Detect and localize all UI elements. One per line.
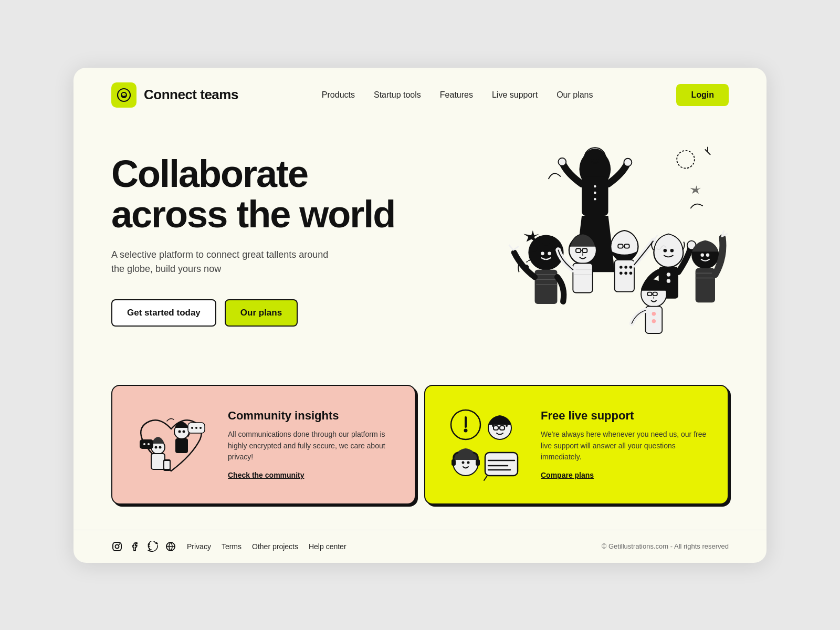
svg-point-81 (462, 461, 465, 464)
svg-point-37 (664, 249, 667, 253)
page-container: Connect teams Products Startup tools Fea… (74, 68, 766, 563)
svg-point-8 (594, 185, 596, 187)
community-svg (129, 403, 213, 487)
svg-point-19 (541, 251, 544, 255)
svg-rect-57 (175, 438, 188, 453)
logo-icon (111, 82, 136, 108)
nav-links: Products Startup tools Features Live sup… (322, 90, 593, 100)
svg-point-6 (596, 157, 599, 160)
hero-content: Collaborate across the world A selective… (111, 133, 435, 327)
svg-rect-65 (151, 454, 165, 469)
svg-point-72 (464, 428, 468, 432)
svg-point-40 (667, 272, 670, 276)
footer-left: Privacy Terms Other projects Help center (111, 541, 346, 552)
hero-subtitle: A selective platform to connect great ta… (111, 248, 342, 276)
navbar: Connect teams Products Startup tools Fea… (74, 68, 766, 122)
svg-point-76 (492, 425, 494, 427)
community-insights-card: Community insights All communications do… (111, 385, 416, 505)
footer-links: Privacy Terms Other projects Help center (187, 542, 346, 551)
support-svg (442, 403, 526, 487)
nav-item-startup-tools[interactable]: Startup tools (374, 90, 421, 100)
svg-point-61 (200, 427, 202, 429)
nav-item-features[interactable]: Features (440, 90, 473, 100)
svg-point-60 (195, 427, 197, 429)
svg-point-82 (467, 461, 470, 464)
svg-point-10 (594, 197, 596, 200)
support-card-desc: We're always here whenever you need us, … (541, 429, 711, 463)
hero-buttons: Get started today Our plans (111, 299, 435, 327)
logo-area: Connect teams (111, 82, 238, 108)
compare-plans-link[interactable]: Compare plans (541, 471, 594, 479)
svg-point-9 (594, 191, 596, 194)
support-card-title: Free live support (541, 409, 711, 423)
twitter-icon[interactable] (147, 541, 159, 552)
footer-other-projects[interactable]: Other projects (252, 542, 298, 551)
svg-rect-25 (573, 263, 592, 292)
svg-point-56 (183, 430, 185, 433)
svg-point-85 (116, 544, 119, 548)
svg-point-51 (652, 311, 656, 315)
svg-point-31 (624, 266, 627, 269)
svg-point-59 (191, 427, 193, 429)
svg-point-86 (119, 543, 120, 544)
svg-point-30 (620, 266, 623, 269)
svg-point-45 (706, 253, 710, 257)
svg-point-15 (542, 238, 550, 246)
footer-copyright: © Getillustrations.com - All rights rese… (602, 542, 729, 550)
svg-point-12 (624, 158, 632, 166)
svg-point-2 (677, 150, 695, 168)
svg-point-63 (155, 446, 158, 448)
svg-point-52 (652, 319, 656, 322)
svg-point-1 (123, 94, 125, 96)
svg-point-5 (591, 157, 594, 160)
svg-rect-29 (615, 260, 634, 292)
svg-rect-7 (582, 176, 608, 216)
svg-point-69 (143, 443, 145, 445)
svg-rect-84 (113, 542, 121, 551)
footer-privacy[interactable]: Privacy (187, 542, 211, 551)
hero-title: Collaborate across the world (111, 154, 416, 236)
our-plans-button[interactable]: Our plans (225, 299, 298, 327)
facebook-icon[interactable] (129, 541, 141, 552)
nav-item-products[interactable]: Products (322, 90, 355, 100)
brand-name: Connect teams (144, 87, 238, 103)
svg-rect-67 (164, 461, 170, 469)
community-card-content: Community insights All communications do… (228, 409, 398, 480)
svg-point-55 (178, 430, 181, 433)
instagram-icon[interactable] (111, 541, 123, 552)
footer: Privacy Terms Other projects Help center… (74, 530, 766, 563)
social-icons (111, 541, 176, 552)
globe-icon[interactable] (165, 541, 176, 552)
svg-point-20 (548, 251, 551, 255)
svg-point-44 (700, 253, 704, 257)
nav-item-live-support[interactable]: Live support (492, 90, 538, 100)
svg-rect-68 (140, 439, 153, 449)
nav-item-our-plans[interactable]: Our plans (556, 90, 593, 100)
get-started-button[interactable]: Get started today (111, 299, 216, 327)
svg-rect-80 (476, 459, 480, 466)
svg-point-35 (629, 271, 633, 275)
hero-illustration-area (435, 133, 729, 374)
support-illustration (442, 403, 526, 487)
live-support-card: Free live support We're always here when… (424, 385, 729, 505)
svg-point-11 (558, 158, 566, 165)
svg-point-17 (530, 245, 537, 252)
svg-point-53 (524, 265, 529, 269)
logo-svg (117, 88, 131, 102)
community-card-title: Community insights (228, 409, 398, 423)
svg-point-32 (629, 266, 633, 269)
svg-rect-79 (452, 459, 456, 466)
svg-point-70 (148, 443, 150, 445)
people-illustration (450, 117, 744, 359)
svg-point-38 (670, 249, 674, 253)
footer-terms[interactable]: Terms (222, 542, 242, 551)
svg-point-64 (159, 446, 162, 448)
cards-section: Community insights All communications do… (74, 385, 766, 530)
login-button[interactable]: Login (676, 84, 729, 106)
community-illustration (129, 403, 213, 487)
footer-help-center[interactable]: Help center (309, 542, 346, 551)
hero-section: Collaborate across the world A selective… (74, 122, 766, 374)
check-community-link[interactable]: Check the community (228, 471, 304, 479)
community-card-desc: All communications done through our plat… (228, 429, 398, 463)
svg-rect-83 (485, 453, 518, 476)
